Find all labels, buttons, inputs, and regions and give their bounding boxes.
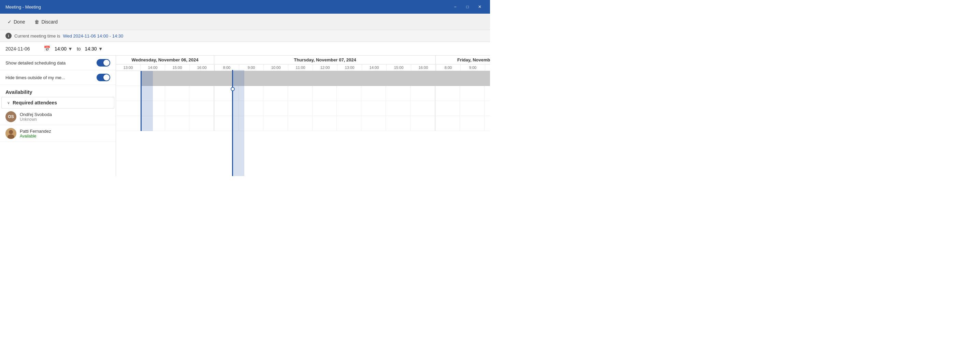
calendar-icon[interactable]: 📅 (44, 45, 51, 52)
left-panel: Show detailed scheduling data Hide times… (0, 56, 116, 176)
maximize-button[interactable]: □ (463, 2, 472, 11)
done-button[interactable]: ✓ Done (4, 17, 28, 27)
checkmark-icon: ✓ (8, 19, 11, 25)
date-input[interactable] (5, 46, 40, 51)
schedule-header-row: Wednesday, November 06, 2024 13:00 14:00… (116, 56, 490, 71)
attendee-row-ondrej: OS Ondřej Svoboda Unknown (0, 108, 116, 125)
discard-button[interactable]: 🗑 Discard (31, 17, 61, 27)
thu-label: Thursday, November 07, 2024 (215, 56, 436, 65)
show-detailed-toggle-row: Show detailed scheduling data (0, 56, 116, 70)
schedule-inner: Wednesday, November 06, 2024 13:00 14:00… (116, 56, 490, 131)
schedule-row-ondrej (116, 71, 490, 86)
schedule-row-patti (116, 86, 490, 101)
hide-times-label: Hide times outside of my me... (5, 75, 65, 80)
thu-time-headers: 8:00 9:00 10:00 11:00 12:00 13:00 14:00 … (215, 65, 436, 71)
fri-cells-ondrej (435, 71, 490, 86)
datetime-row: 📅 14:00 ▼ to 14:30 ▼ (0, 42, 490, 56)
time-1400: 14:00 (141, 65, 165, 71)
day-header-fri: Friday, November 08, 2024 8:00 9:00 10:0… (436, 56, 490, 71)
thu-cells-patti (214, 86, 435, 101)
time-thu-900: 9:00 (239, 65, 264, 71)
attendee-info-ondrej: Ondřej Svoboda Unknown (20, 112, 52, 122)
main-area: Show detailed scheduling data Hide times… (0, 56, 490, 176)
time-thu-1100: 11:00 (288, 65, 313, 71)
time-thu-1600: 16:00 (411, 65, 436, 71)
time-thu-1000: 10:00 (264, 65, 288, 71)
close-button[interactable]: ✕ (475, 2, 485, 11)
fri-label: Friday, November 08, 2024 (436, 56, 490, 65)
avatar-svg (5, 128, 16, 139)
time-fri-1000: 10:00 (485, 65, 490, 71)
end-time-value: 14:30 (85, 46, 97, 51)
time-thu-1400: 14:00 (362, 65, 387, 71)
hide-times-toggle-row: Hide times outside of my me... (0, 70, 116, 85)
chevron-down-icon: ∨ (7, 101, 10, 105)
attendee-status-patti: Available (20, 134, 51, 138)
to-label: to (77, 46, 81, 51)
toolbar: ✓ Done 🗑 Discard (0, 14, 490, 30)
day-header-thu: Thursday, November 07, 2024 8:00 9:00 10… (215, 56, 436, 71)
time-thu-1500: 15:00 (387, 65, 411, 71)
fri-time-headers: 8:00 9:00 10:00 11:00 (436, 65, 490, 71)
meeting-time-highlight: Wed 2024-11-06 14:00 - 14:30 (63, 33, 123, 38)
info-bar: i Current meeting time is Wed 2024-11-06… (0, 30, 490, 42)
availability-header: Availability (0, 85, 116, 97)
time-thu-800: 8:00 (215, 65, 239, 71)
hide-times-toggle[interactable] (97, 74, 110, 81)
wed-label: Wednesday, November 06, 2024 (116, 56, 214, 65)
schedule-container[interactable]: Wednesday, November 06, 2024 13:00 14:00… (116, 56, 490, 176)
thu-cells-ondrej (214, 71, 435, 86)
trash-icon: 🗑 (35, 19, 39, 25)
end-time-dropdown[interactable]: 14:30 ▼ (85, 46, 103, 51)
attendee-row-patti: Patti Fernandez Available (0, 125, 116, 142)
attendee-status-ondrej: Unknown (20, 117, 52, 122)
start-time-chevron-icon: ▼ (68, 46, 73, 51)
avatar-patti (5, 128, 16, 139)
wed-cells-patti (116, 86, 214, 101)
window-controls: − □ ✕ (450, 2, 485, 11)
show-detailed-toggle[interactable] (97, 59, 110, 67)
toggle-thumb (103, 60, 110, 66)
toggle-thumb-2 (103, 75, 110, 81)
attendee-name-patti: Patti Fernandez (20, 129, 51, 134)
svg-point-1 (9, 130, 13, 134)
right-panel: Wednesday, November 06, 2024 13:00 14:00… (116, 56, 490, 176)
info-icon: i (5, 33, 11, 39)
fri-cells-patti (435, 86, 490, 101)
minimize-button[interactable]: − (450, 2, 460, 11)
time-thu-1200: 12:00 (313, 65, 337, 71)
time-1500: 15:00 (165, 65, 190, 71)
time-thu-1300: 13:00 (337, 65, 362, 71)
wed-cells-ondrej (116, 71, 214, 86)
avatar-os: OS (5, 111, 16, 122)
title-bar: Meeting - Meeting − □ ✕ (0, 0, 490, 14)
schedule-row-empty-1 (116, 101, 490, 116)
time-fri-900: 9:00 (461, 65, 485, 71)
start-time-dropdown[interactable]: 14:00 ▼ (55, 46, 73, 51)
time-fri-800: 8:00 (436, 65, 461, 71)
attendee-name-ondrej: Ondřej Svoboda (20, 112, 52, 117)
window-title: Meeting - Meeting (5, 5, 41, 10)
required-attendees-label: Required attendees (13, 100, 57, 105)
attendee-info-patti: Patti Fernandez Available (20, 129, 51, 138)
wed-time-headers: 13:00 14:00 15:00 16:00 (116, 65, 215, 71)
schedule-row-empty-2 (116, 116, 490, 131)
info-static-text: Current meeting time is (14, 33, 60, 38)
start-time-value: 14:00 (55, 46, 67, 51)
required-attendees-row[interactable]: ∨ Required attendees (2, 97, 114, 108)
show-detailed-label: Show detailed scheduling data (5, 60, 65, 65)
day-header-wed: Wednesday, November 06, 2024 13:00 14:00… (116, 56, 215, 71)
end-time-chevron-icon: ▼ (98, 46, 103, 51)
time-1600: 16:00 (190, 65, 214, 71)
time-1300: 13:00 (116, 65, 141, 71)
